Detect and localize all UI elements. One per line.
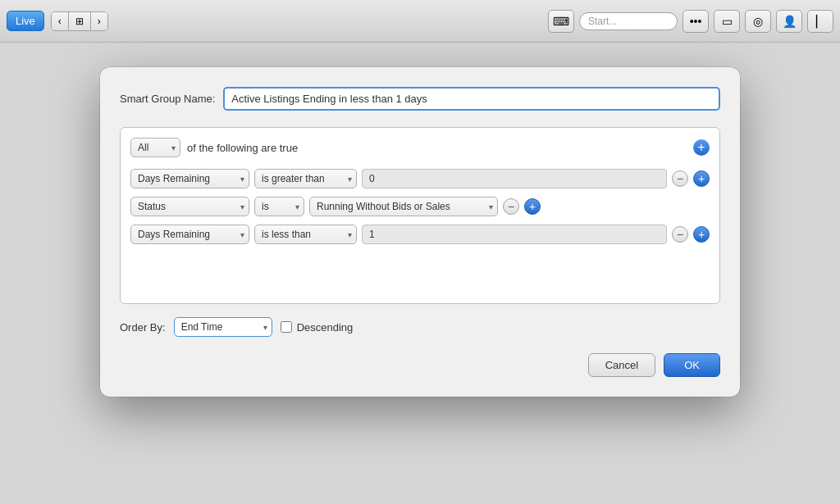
- screen-record-btn[interactable]: ◎: [745, 10, 771, 33]
- field-select-2-wrapper: Days Remaining Status Title Price Bids: [130, 197, 249, 216]
- name-label: Smart Group Name:: [120, 93, 215, 105]
- all-qualifier-wrapper: All Any None: [130, 138, 180, 157]
- status-select[interactable]: Running Without Bids or Sales Running En…: [309, 197, 498, 216]
- field-select-3[interactable]: Days Remaining Status Title Price Bids: [130, 225, 249, 244]
- order-select-wrapper: End Time Start Time Title Price Bids: [174, 317, 272, 337]
- add-condition-button[interactable]: +: [693, 139, 710, 156]
- condition-row-1: Days Remaining Status Title Price Bids i…: [130, 169, 710, 188]
- cancel-button[interactable]: Cancel: [588, 353, 655, 377]
- value-input-1[interactable]: [362, 169, 667, 188]
- remove-condition-3-button[interactable]: −: [672, 226, 688, 243]
- order-row: Order By: End Time Start Time Title Pric…: [120, 317, 720, 337]
- add-after-2-button[interactable]: +: [524, 198, 541, 215]
- following-text: of the following are true: [187, 142, 298, 154]
- name-input[interactable]: [223, 87, 720, 111]
- add-after-3-button[interactable]: +: [693, 226, 710, 243]
- status-select-wrapper: Running Without Bids or Sales Running En…: [309, 197, 498, 216]
- order-by-label: Order By:: [120, 321, 166, 334]
- op-select-3[interactable]: is greater than is less than is equal to: [254, 225, 357, 244]
- main-content: Smart Group Name: All Any None of the fo…: [0, 43, 840, 421]
- field-select-2[interactable]: Days Remaining Status Title Price Bids: [130, 197, 249, 216]
- toolbar-right: ⌨ Start... ••• ▭ ◎ 👤 ▏: [548, 10, 833, 33]
- calc-icon-btn[interactable]: ⌨: [548, 10, 574, 33]
- add-after-1-button[interactable]: +: [693, 170, 710, 187]
- condition-row-3: Days Remaining Status Title Price Bids i…: [130, 225, 710, 244]
- conditions-box: All Any None of the following are true +…: [120, 127, 720, 304]
- empty-area: [130, 252, 710, 293]
- account-icon-btn[interactable]: 👤: [776, 10, 802, 33]
- order-by-select[interactable]: End Time Start Time Title Price Bids: [174, 317, 272, 337]
- live-button[interactable]: Live: [7, 11, 44, 31]
- op-select-1-wrapper: is greater than is less than is equal to: [254, 169, 357, 188]
- nav-group: ‹ ⊞ ›: [51, 11, 108, 31]
- op-select-3-wrapper: is greater than is less than is equal to: [254, 225, 357, 244]
- value-input-3[interactable]: [362, 225, 667, 244]
- condition-row-2: Days Remaining Status Title Price Bids i…: [130, 197, 710, 216]
- more-button[interactable]: •••: [682, 10, 709, 33]
- search-box[interactable]: Start...: [579, 12, 678, 30]
- name-row: Smart Group Name:: [120, 87, 720, 111]
- all-row: All Any None of the following are true +: [130, 138, 710, 157]
- descending-checkbox-label[interactable]: Descending: [281, 321, 354, 334]
- ok-button[interactable]: OK: [664, 353, 720, 377]
- smart-group-dialog: Smart Group Name: All Any None of the fo…: [100, 67, 740, 397]
- extra-btn[interactable]: ▏: [807, 10, 833, 33]
- op-select-2[interactable]: is is not: [254, 197, 304, 216]
- field-select-1-wrapper: Days Remaining Status Title Price Bids: [130, 169, 249, 188]
- op-select-2-wrapper: is is not: [254, 197, 304, 216]
- buttons-row: Cancel OK: [120, 353, 720, 377]
- nav-back-button[interactable]: ‹: [52, 12, 69, 30]
- descending-checkbox[interactable]: [281, 321, 292, 333]
- picture-icon-btn[interactable]: ▭: [714, 10, 740, 33]
- top-bar: Live ‹ ⊞ › ⌨ Start... ••• ▭ ◎ 👤 ▏: [0, 0, 840, 43]
- all-qualifier-select[interactable]: All Any None: [130, 138, 180, 157]
- remove-condition-2-button[interactable]: −: [503, 198, 519, 215]
- field-select-1[interactable]: Days Remaining Status Title Price Bids: [130, 169, 249, 188]
- nav-forward-button[interactable]: ›: [91, 12, 107, 30]
- descending-label: Descending: [297, 321, 354, 334]
- op-select-1[interactable]: is greater than is less than is equal to: [254, 169, 357, 188]
- field-select-3-wrapper: Days Remaining Status Title Price Bids: [130, 225, 249, 244]
- nav-grid-button[interactable]: ⊞: [69, 12, 91, 30]
- remove-condition-1-button[interactable]: −: [672, 170, 688, 187]
